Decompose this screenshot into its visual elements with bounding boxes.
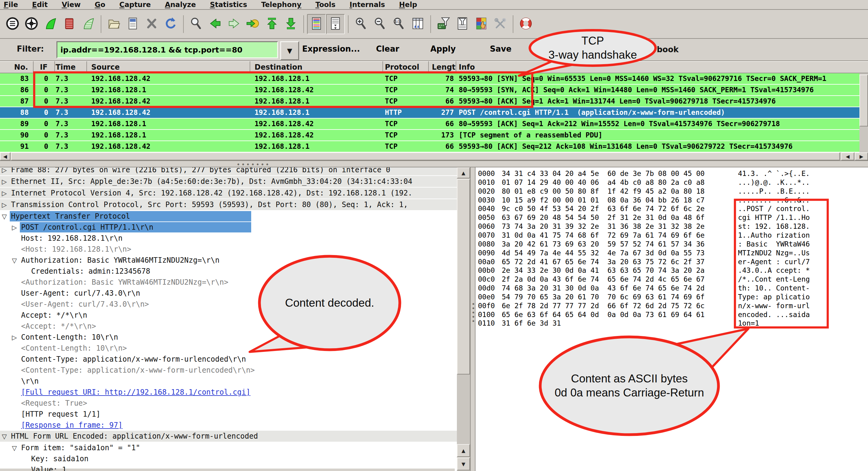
auto-scroll-button[interactable] <box>326 14 345 34</box>
detail-row-13[interactable]: Accept: */*\r\n <box>0 310 457 321</box>
expression-button[interactable]: Expression... <box>302 44 360 54</box>
column-header-destination[interactable]: Destination <box>250 61 383 73</box>
resize-columns-button[interactable] <box>408 14 427 34</box>
help-button[interactable] <box>517 14 535 34</box>
scroll-left-button[interactable]: ◀ <box>0 152 10 160</box>
scroll-up-button[interactable]: ▲ <box>457 167 470 178</box>
packet-row-90[interactable]: 9007.3192.168.128.1192.168.128.42TCP173[… <box>0 130 860 141</box>
expander-closed-icon[interactable]: ▷ <box>2 167 11 176</box>
zoom-out-button[interactable] <box>371 14 390 34</box>
hex-row-0040[interactable]: 00409c c0 50 4f 53 54 20 2f 63 6f 6e 74 … <box>475 204 868 213</box>
filter-input[interactable] <box>57 41 278 58</box>
expander-open-icon[interactable]: ▽ <box>12 443 21 453</box>
reload-button[interactable] <box>161 14 180 34</box>
vertical-splitter[interactable]: ••••• <box>470 167 475 471</box>
packet-list-vscrollbar[interactable] <box>860 73 868 152</box>
detail-row-18[interactable]: <Content-Type: application/x-www-form-ur… <box>0 365 457 376</box>
go-back-button[interactable] <box>206 14 225 34</box>
menu-tools[interactable]: Tools <box>315 1 335 8</box>
hex-row-0030[interactable]: 003010 15 a9 f2 00 00 01 01 08 0a 36 04 … <box>475 196 868 205</box>
detail-row-3[interactable]: ▷Transmission Control Protocol, Src Port… <box>0 199 457 211</box>
hex-row-0060[interactable]: 006073 74 3a 20 31 39 32 2e 31 36 38 2e … <box>475 222 868 231</box>
scroll-right-button[interactable]: ▶ <box>855 152 868 160</box>
menu-telephony[interactable]: Telephony <box>261 1 302 8</box>
detail-row-14[interactable]: <Accept: */*\r\n> <box>0 321 457 332</box>
interfaces-button[interactable] <box>3 14 22 34</box>
detail-row-15[interactable]: ▷Content-Length: 10\r\n <box>0 332 457 343</box>
column-header-time[interactable]: Time <box>55 61 87 73</box>
go-to-packet-button[interactable] <box>244 14 262 34</box>
menu-help[interactable]: Help <box>399 1 417 8</box>
column-header-length[interactable]: Length <box>429 61 456 73</box>
go-top-button[interactable] <box>262 14 281 34</box>
detail-row-5[interactable]: ▷POST /control.cgi HTTP/1.1\r\n <box>0 222 457 233</box>
detail-row-0[interactable]: ▷Frame 88: 277 bytes on wire (2216 bits)… <box>0 167 457 176</box>
go-bottom-button[interactable] <box>281 14 300 34</box>
detail-row-24[interactable]: ▽HTML Form URL Encoded: application/x-ww… <box>0 431 457 442</box>
detail-row-26[interactable]: Key: saida1on <box>0 453 457 464</box>
detail-row-16[interactable]: <Content-Length: 10\r\n> <box>0 343 457 354</box>
menu-go[interactable]: Go <box>95 1 105 8</box>
expander-open-icon[interactable]: ▽ <box>2 211 11 222</box>
menu-edit[interactable]: Edit <box>32 1 48 8</box>
detail-row-20[interactable]: [Full request URI: http://192.168.128.1/… <box>0 387 457 398</box>
preferences-button[interactable] <box>491 14 510 34</box>
save-button[interactable]: Save <box>490 44 512 54</box>
expander-open-icon[interactable]: ▽ <box>12 255 21 266</box>
packet-list-hscrollbar[interactable]: ◀ ◀ ▶ <box>0 152 868 160</box>
detail-row-6[interactable]: Host: 192.168.128.1\r\n <box>0 233 457 244</box>
hex-row-0080[interactable]: 00803a 20 42 61 73 69 63 20 59 57 52 74 … <box>475 240 868 248</box>
scroll-left-button-2[interactable]: ◀ <box>841 152 854 160</box>
vscroll-thumb[interactable] <box>860 75 868 126</box>
menu-capture[interactable]: Capture <box>119 1 151 8</box>
hex-row-0010[interactable]: 001001 07 14 29 40 00 40 06 a4 4b c0 a8 … <box>475 178 868 187</box>
file-save-button[interactable] <box>123 14 142 34</box>
detail-row-11[interactable]: User-Agent: curl/7.43.0\r\n <box>0 288 457 299</box>
detail-row-23[interactable]: [Response in frame: 97] <box>0 420 457 431</box>
file-close-button[interactable] <box>142 14 161 34</box>
detail-row-4[interactable]: ▽Hypertext Transfer Protocol <box>0 211 457 222</box>
hex-row-0100[interactable]: 010065 6e 63 6f 64 65 64 0d 0a 0d 0a 73 … <box>475 310 868 319</box>
column-header-no[interactable]: No. <box>0 61 34 73</box>
packet-row-87[interactable]: 8707.3192.168.128.42192.168.128.1TCP6659… <box>0 96 860 107</box>
filter-dropdown-button[interactable]: ▼ <box>280 41 299 60</box>
find-button[interactable] <box>187 14 206 34</box>
detail-row-7[interactable]: <Host: 192.168.128.1\r\n> <box>0 244 457 255</box>
expander-closed-icon[interactable]: ▷ <box>12 332 21 343</box>
go-forward-button[interactable] <box>225 14 244 34</box>
hex-row-00c0[interactable]: 00c02f 2a 0d 0a 43 6f 6e 74 65 6e 74 2d … <box>475 275 868 284</box>
column-header-protocol[interactable]: Protocol <box>383 61 429 73</box>
column-header-source[interactable]: Source <box>87 61 250 73</box>
capture-start-button[interactable] <box>41 14 60 34</box>
detail-row-25[interactable]: ▽Form item: "saida1on" = "1" <box>0 442 457 453</box>
display-filter-button[interactable] <box>453 14 472 34</box>
packet-row-83[interactable]: 8307.3192.168.128.42192.168.128.1TCP7859… <box>0 73 860 85</box>
packet-row-91[interactable]: 9107.3192.168.128.42192.168.128.1TCP6659… <box>0 141 860 152</box>
packet-row-88[interactable]: 8807.3192.168.128.42192.168.128.1HTTP277… <box>0 107 860 119</box>
detail-row-1[interactable]: ▷Ethernet II, Src: Apple_de:3e:7b (a4:5e… <box>0 176 457 187</box>
expander-closed-icon[interactable]: ▷ <box>12 222 21 233</box>
colorize-button[interactable] <box>307 14 326 34</box>
hex-row-0050[interactable]: 005063 67 69 20 48 54 54 50 2f 31 2e 31 … <box>475 213 868 222</box>
detail-row-9[interactable]: Credentials: admin:12345678 <box>0 266 457 277</box>
detail-vscrollbar[interactable]: ▲ ▲ ▼ <box>457 167 470 471</box>
horizontal-splitter[interactable]: ••••••• <box>0 160 868 167</box>
detail-row-2[interactable]: ▷Internet Protocol Version 4, Src: 192.1… <box>0 187 457 199</box>
menu-view[interactable]: View <box>62 1 81 8</box>
hex-row-0090[interactable]: 00904d 54 49 7a 4e 44 55 32 4e 7a 67 3d … <box>475 248 868 258</box>
menu-file[interactable]: File <box>4 1 18 8</box>
detail-row-22[interactable]: [HTTP request 1/1] <box>0 409 457 420</box>
hex-row-0000[interactable]: 000034 31 c4 33 04 20 a4 5e 60 de 3e 7b … <box>475 169 868 178</box>
capture-options-button[interactable] <box>22 14 41 34</box>
detail-row-12[interactable]: <User-Agent: curl/7.43.0\r\n> <box>0 299 457 310</box>
hex-row-00d0[interactable]: 00d074 68 3a 20 31 30 0d 0a 43 6f 6e 74 … <box>475 284 868 293</box>
zoom-in-button[interactable] <box>351 14 371 34</box>
detail-hscrollbar-track[interactable] <box>0 469 455 471</box>
capture-stop-button[interactable] <box>60 14 79 34</box>
capture-filter-button[interactable] <box>434 14 453 34</box>
hex-row-0070[interactable]: 007031 0d 0a 41 75 74 68 6f 72 69 7a 61 … <box>475 231 868 240</box>
packet-row-89[interactable]: 8907.3192.168.128.1192.168.128.42TCP6680… <box>0 119 860 130</box>
scroll-up-button-2[interactable]: ▲ <box>457 444 470 457</box>
expander-open-icon[interactable]: ▽ <box>2 431 11 442</box>
detail-row-17[interactable]: Content-Type: application/x-www-form-url… <box>0 354 457 365</box>
